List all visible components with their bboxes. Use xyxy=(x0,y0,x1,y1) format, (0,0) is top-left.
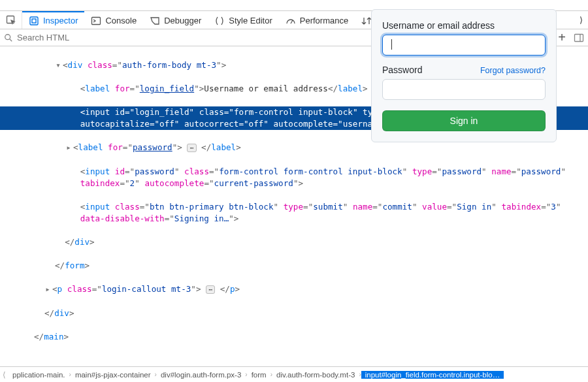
crumb-auth-form-body[interactable]: div.auth-form-body.mt-3 xyxy=(272,371,359,379)
sign-in-button[interactable]: Sign in xyxy=(382,110,546,131)
crumb-application-main[interactable]: pplication-main. xyxy=(8,371,69,379)
page-viewport: Username or email address Password Forgo… xyxy=(0,0,588,10)
username-input[interactable] xyxy=(382,35,546,56)
crumb-main-pjax[interactable]: main#js-pjax-container xyxy=(71,371,155,379)
password-input[interactable] xyxy=(382,79,546,100)
debugger-icon xyxy=(150,16,160,26)
svg-line-4 xyxy=(291,20,293,24)
style-icon xyxy=(214,16,225,26)
svg-rect-12 xyxy=(575,34,583,41)
svg-rect-2 xyxy=(32,19,36,23)
console-icon xyxy=(91,16,101,26)
login-form: Username or email address Password Forgo… xyxy=(371,9,557,142)
breadcrumb-bar: ⟨ pplication-main.› main#js-pjax-contain… xyxy=(0,366,588,382)
username-label: Username or email address xyxy=(382,20,546,31)
forgot-password-link[interactable]: Forgot password? xyxy=(480,66,546,75)
inspector-icon xyxy=(29,16,39,26)
tabs-overflow-button[interactable]: ⟩ xyxy=(574,11,588,29)
tab-console[interactable]: Console xyxy=(84,11,143,29)
crumb-input-login-field[interactable]: input#login_field.form-control.input-blo… xyxy=(361,371,504,379)
svg-point-10 xyxy=(5,34,10,39)
password-label: Password xyxy=(382,65,422,75)
network-icon xyxy=(361,16,372,26)
svg-rect-1 xyxy=(30,17,38,25)
tab-style-editor[interactable]: Style Editor xyxy=(208,11,278,29)
performance-icon xyxy=(286,16,296,26)
tab-debugger[interactable]: Debugger xyxy=(143,11,208,29)
element-picker-button[interactable] xyxy=(0,11,22,29)
sidebar-toggle-icon[interactable] xyxy=(574,33,584,43)
crumb-div-login[interactable]: div#login.auth-form.px-3 xyxy=(157,371,245,379)
tab-inspector[interactable]: Inspector xyxy=(22,11,84,29)
svg-line-11 xyxy=(10,39,12,41)
search-icon xyxy=(4,33,13,42)
breadcrumb-scroll-left[interactable]: ⟨ xyxy=(0,370,8,379)
crumb-form[interactable]: form xyxy=(248,371,270,379)
tab-performance[interactable]: Performance xyxy=(279,11,355,29)
